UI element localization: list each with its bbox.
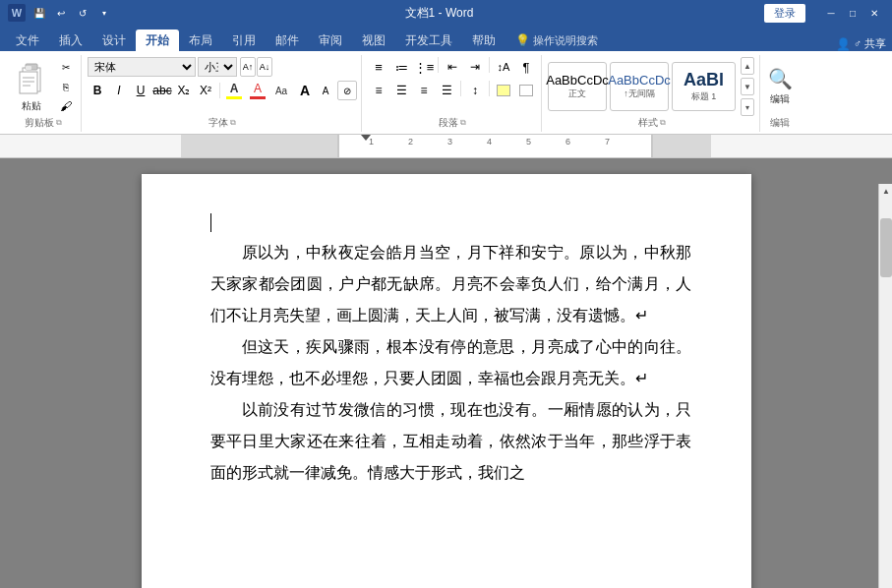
increase-indent-button[interactable]: ⇥ (464, 57, 486, 77)
align-center-button[interactable]: ☰ (390, 81, 412, 100)
scroll-thumb[interactable] (880, 218, 892, 277)
page-wrapper[interactable]: 原以为，中秋夜定会皓月当空，月下祥和安宁。原以为，中秋那天家家都会团圆，户户都无… (0, 158, 892, 588)
clear-formatting-button[interactable]: ⊘ (337, 81, 357, 100)
font-color-button[interactable]: Aa (271, 81, 291, 100)
search-tab[interactable]: 💡 操作说明搜索 (505, 29, 608, 51)
font-name-select[interactable]: 宋体 微软雅黑 黑体 (88, 57, 196, 77)
login-button[interactable]: 登录 (764, 4, 805, 23)
clipboard-small-buttons: ✂ ⎘ 🖌 (55, 58, 77, 115)
style-heading1[interactable]: AaBl 标题 1 (672, 62, 736, 111)
decrease-font-button[interactable]: A↓ (257, 57, 272, 77)
title-bar: W 💾 ↩ ↺ ▾ 文档1 - Word 登录 ─ □ ✕ (0, 0, 892, 26)
tab-file[interactable]: 文件 (6, 29, 49, 51)
italic-button[interactable]: I (109, 81, 129, 100)
styles-dialog-button[interactable]: ⧉ (660, 118, 666, 128)
paragraph-2: 但这天，疾风骤雨，根本没有停的意思，月亮成了心中的向往。没有埋怨，也不必埋怨，只… (210, 331, 692, 394)
scroll-up-button[interactable]: ▲ (879, 184, 892, 198)
save-button[interactable]: 💾 (30, 3, 49, 23)
paragraph-3: 以前没有过节发微信的习惯，现在也没有。一厢情愿的认为，只要平日里大家还在来往着，… (210, 394, 692, 489)
paragraph-dialog-button[interactable]: ⧉ (460, 118, 466, 128)
styles-scroll-up[interactable]: ▲ (741, 57, 754, 75)
clipboard-group: 粘贴 ✂ ⎘ 🖌 剪贴板 ⧉ (6, 55, 82, 132)
close-button[interactable]: ✕ (864, 3, 884, 23)
tab-design[interactable]: 设计 (92, 29, 136, 51)
tab-references[interactable]: 引用 (222, 29, 266, 51)
font-group-label: 字体 ⧉ (88, 116, 357, 130)
ruler-left-margin (181, 135, 338, 157)
tab-help[interactable]: 帮助 (462, 29, 505, 51)
subscript-button[interactable]: X₂ (174, 81, 194, 100)
font-row-1: 宋体 微软雅黑 黑体 小三 三号 四号 A↑ A↓ (88, 57, 272, 77)
undo-button[interactable]: ↩ (51, 3, 71, 23)
clipboard-dialog-button[interactable]: ⧉ (56, 118, 62, 128)
highlight-color-button[interactable]: A (248, 81, 268, 100)
superscript-button[interactable]: X² (196, 81, 215, 100)
ribbon-content: 粘贴 ✂ ⎘ 🖌 剪贴板 ⧉ 宋体 微软雅黑 黑体 (0, 51, 892, 135)
show-formatting-button[interactable]: ¶ (515, 57, 537, 77)
vertical-scrollbar[interactable]: ▲ ▼ (878, 184, 892, 588)
minimize-button[interactable]: ─ (821, 3, 841, 23)
svg-rect-2 (20, 72, 37, 93)
editing-group-label: 编辑 (766, 116, 794, 130)
increase-font-button[interactable]: A↑ (240, 57, 256, 77)
font-size-large-buttons: A A (295, 81, 335, 100)
redo-button[interactable]: ↺ (73, 3, 92, 23)
styles-expand[interactable]: ▾ (741, 98, 754, 116)
copy-button[interactable]: ⎘ (55, 78, 77, 95)
tab-home[interactable]: 开始 (136, 29, 179, 51)
shading-button[interactable] (493, 81, 514, 100)
restore-button[interactable]: □ (843, 3, 862, 23)
editing-group-top: 🔍 编辑 (766, 57, 794, 116)
word-icon: W (8, 4, 26, 22)
clipboard-group-top: 粘贴 ✂ ⎘ 🖌 (10, 57, 77, 116)
tab-view[interactable]: 视图 (352, 29, 395, 51)
bullets-button[interactable]: ≡ (368, 57, 389, 77)
multilevel-list-button[interactable]: ⋮≡ (413, 57, 435, 77)
tab-layout[interactable]: 布局 (179, 29, 222, 51)
style-normal[interactable]: AaBbCcDc 正文 (548, 62, 607, 111)
shrink-font-button[interactable]: A (316, 81, 335, 100)
cursor-line (210, 213, 692, 233)
border-button[interactable] (515, 81, 537, 100)
text-cursor (210, 213, 211, 232)
styles-scroll-down[interactable]: ▼ (741, 78, 754, 95)
tab-insert[interactable]: 插入 (49, 29, 92, 51)
styles-group-top: AaBbCcDc 正文 AaBbCcDc ↑无间隔 AaBl 标题 1 ▲ ▼ … (548, 57, 755, 116)
bold-button[interactable]: B (88, 81, 107, 100)
format-painter-button[interactable]: 🖌 (55, 97, 77, 115)
text-color-button[interactable]: A (224, 81, 244, 100)
paragraph-group: ≡ ≔ ⋮≡ ⇤ ⇥ ↕A ¶ ≡ ☰ ≡ ☰ ↕ (364, 55, 542, 132)
tab-developer[interactable]: 开发工具 (395, 29, 462, 51)
para-row-1: ≡ ≔ ⋮≡ ⇤ ⇥ ↕A ¶ (368, 57, 537, 77)
tab-review[interactable]: 审阅 (309, 29, 352, 51)
quick-access-more[interactable]: ▾ (94, 3, 114, 23)
title-bar-left: W 💾 ↩ ↺ ▾ (8, 3, 114, 23)
align-left-button[interactable]: ≡ (368, 81, 389, 100)
tab-mailings[interactable]: 邮件 (266, 29, 309, 51)
font-row-2: B I U abc X₂ X² A A Aa A (88, 81, 357, 100)
numbering-button[interactable]: ≔ (390, 57, 412, 77)
cut-button[interactable]: ✂ (55, 58, 77, 76)
justify-button[interactable]: ☰ (436, 81, 457, 100)
grow-font-button[interactable]: A (295, 81, 315, 100)
paragraph-1: 原以为，中秋夜定会皓月当空，月下祥和安宁。原以为，中秋那天家家都会团圆，户户都无… (210, 237, 692, 331)
styles-navigation: ▲ ▼ ▾ (741, 57, 754, 116)
paragraph-group-label: 段落 ⧉ (368, 116, 537, 130)
share-button[interactable]: 👤 ♂ 共享 (836, 36, 886, 51)
decrease-indent-button[interactable]: ⇤ (442, 57, 463, 77)
font-group: 宋体 微软雅黑 黑体 小三 三号 四号 A↑ A↓ B (84, 55, 362, 132)
strikethrough-button[interactable]: abc (152, 81, 172, 100)
document-text[interactable]: 原以为，中秋夜定会皓月当空，月下祥和安宁。原以为，中秋那天家家都会团圆，户户都无… (210, 237, 692, 489)
line-spacing-button[interactable]: ↕ (464, 81, 486, 100)
underline-button[interactable]: U (131, 81, 150, 100)
first-line-indent[interactable] (361, 135, 371, 141)
ribbon-tabs: 文件 插入 设计 开始 布局 引用 邮件 审阅 视图 开发工具 帮助 💡 操作说… (0, 26, 892, 51)
font-dialog-button[interactable]: ⧉ (230, 118, 236, 128)
styles-group: AaBbCcDc 正文 AaBbCcDc ↑无间隔 AaBl 标题 1 ▲ ▼ … (544, 55, 760, 132)
style-no-spacing[interactable]: AaBbCcDc ↑无间隔 (610, 62, 669, 111)
font-size-select[interactable]: 小三 三号 四号 (198, 57, 237, 77)
paste-button[interactable]: 粘贴 (10, 58, 53, 115)
align-right-button[interactable]: ≡ (413, 81, 435, 100)
sort-button[interactable]: ↕A (493, 57, 514, 77)
find-replace-button[interactable]: 🔍 编辑 (766, 61, 794, 112)
